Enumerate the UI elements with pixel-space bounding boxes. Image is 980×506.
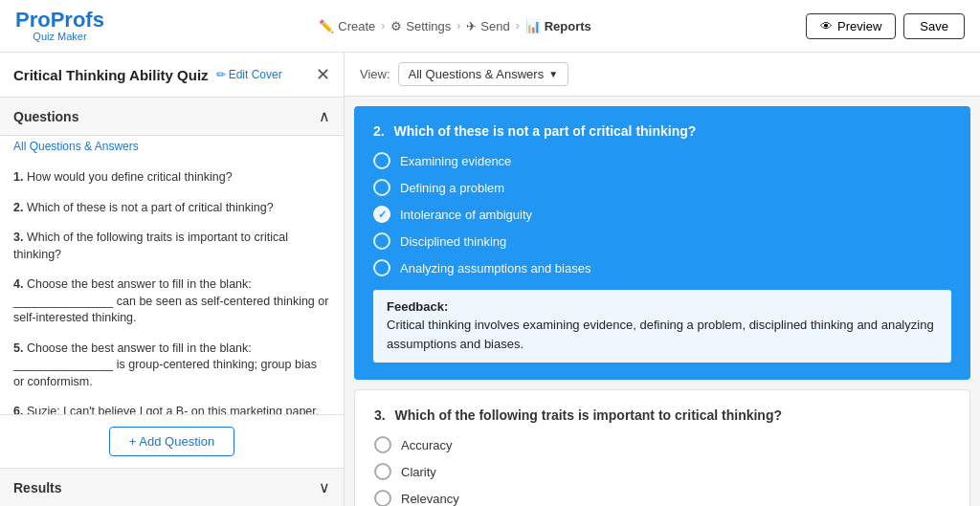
view-select[interactable]: All Questions & Answers ▼ (398, 62, 569, 86)
feedback-block: Feedback: Critical thinking involves exa… (373, 290, 951, 363)
main-layout: Critical Thinking Ability Quiz ✏ Edit Co… (0, 53, 980, 506)
quiz-title: Critical Thinking Ability Quiz (13, 67, 209, 83)
logo-subtitle: Quiz Maker (15, 31, 104, 42)
radio-defining[interactable] (373, 179, 390, 196)
results-section: Results ∨ (0, 468, 344, 506)
add-question-button[interactable]: + Add Question (109, 427, 234, 456)
logo-profs: Profs (51, 8, 104, 32)
radio-relevancy[interactable] (374, 490, 391, 506)
question-2-number: 2. (373, 123, 385, 139)
option-clarity[interactable]: Clarity (374, 463, 950, 480)
logo: ProProfs Quiz Maker (15, 10, 104, 42)
option-relevancy[interactable]: Relevancy (374, 490, 950, 506)
pencil-icon: ✏️ (319, 19, 334, 33)
question-2-text: 2. Which of these is not a part of criti… (373, 123, 951, 139)
pencil-small-icon: ✏ (216, 68, 226, 81)
quiz-title-bar: Critical Thinking Ability Quiz ✏ Edit Co… (0, 53, 344, 98)
radio-disciplined[interactable] (373, 232, 390, 250)
question-3-text: 3. Which of the following traits is impo… (374, 407, 950, 423)
question-2-options: Examining evidence Defining a problem In… (373, 152, 951, 276)
close-button[interactable]: ✕ (316, 64, 330, 85)
preview-button[interactable]: 👁 Preview (806, 13, 896, 39)
option-intolerance[interactable]: Intolerance of ambiguity (373, 206, 951, 223)
option-examining-evidence[interactable]: Examining evidence (373, 152, 951, 169)
quiz-title-left: Critical Thinking Ability Quiz ✏ Edit Co… (13, 67, 282, 83)
expand-icon[interactable]: ∨ (319, 478, 330, 496)
feedback-label: Feedback: (387, 299, 448, 314)
view-label: View: (360, 67, 390, 81)
radio-analyzing[interactable] (373, 259, 390, 276)
chevron-down-icon: ▼ (548, 69, 558, 79)
list-item[interactable]: 4. Choose the best answer to fill in the… (0, 270, 344, 334)
nav-create[interactable]: ✏️ Create (319, 19, 375, 33)
nav-send[interactable]: ✈ Send (466, 19, 509, 33)
view-bar: View: All Questions & Answers ▼ (345, 53, 980, 97)
logo-text: ProProfs (15, 10, 104, 31)
option-defining-problem[interactable]: Defining a problem (373, 179, 951, 196)
sidebar: Critical Thinking Ability Quiz ✏ Edit Co… (0, 53, 345, 506)
nav-settings[interactable]: ⚙ Settings (390, 19, 451, 33)
send-icon: ✈ (466, 19, 477, 33)
questions-section: Questions ∧ All Questions & Answers 1. H… (0, 98, 344, 468)
nav-sep-1: › (381, 19, 385, 33)
option-analyzing[interactable]: Analyzing assumptions and biases (373, 259, 951, 276)
logo-pro: Pro (15, 8, 51, 32)
nav-reports[interactable]: 📊 Reports (525, 19, 591, 33)
option-accuracy[interactable]: Accuracy (374, 436, 950, 453)
question-3-number: 3. (374, 407, 386, 423)
nav-sep-3: › (516, 19, 520, 33)
list-item[interactable]: 2. Which of these is not a part of criti… (0, 193, 344, 224)
list-item[interactable]: 6. Suzie: I can't believe I got a B- on … (0, 397, 344, 414)
question-3-card: 3. Which of the following traits is impo… (354, 389, 970, 506)
collapse-icon[interactable]: ∧ (319, 107, 330, 125)
header: ProProfs Quiz Maker ✏️ Create › ⚙ Settin… (0, 0, 980, 53)
radio-clarity[interactable] (374, 463, 391, 480)
content-area: View: All Questions & Answers ▼ 2. Which… (345, 53, 980, 506)
questions-section-title: Questions (13, 109, 78, 124)
feedback-text: Critical thinking involves examining evi… (387, 316, 938, 353)
settings-icon: ⚙ (390, 19, 402, 33)
list-item[interactable]: 5. Choose the best answer to fill in the… (0, 334, 344, 398)
radio-accuracy[interactable] (374, 436, 391, 453)
nav-sep-2: › (457, 19, 460, 33)
radio-examining[interactable] (373, 152, 390, 169)
all-qa-link[interactable]: All Questions & Answers (0, 136, 344, 157)
save-button[interactable]: Save (903, 13, 965, 39)
question-2-card: 2. Which of these is not a part of criti… (354, 106, 970, 380)
add-question-bar: + Add Question (0, 414, 344, 468)
reports-icon: 📊 (525, 19, 541, 33)
results-title: Results (13, 480, 62, 495)
header-actions: 👁 Preview Save (806, 13, 965, 39)
eye-icon: 👁 (820, 19, 833, 33)
list-item[interactable]: 3. Which of the following traits is impo… (0, 223, 344, 270)
edit-cover-link[interactable]: ✏ Edit Cover (216, 68, 282, 81)
nav-steps: ✏️ Create › ⚙ Settings › ✈ Send › 📊 Repo… (319, 19, 591, 33)
radio-intolerance[interactable] (373, 206, 390, 223)
list-item[interactable]: 1. How would you define critical thinkin… (0, 163, 344, 193)
questions-section-header: Questions ∧ (0, 98, 344, 136)
question-list: 1. How would you define critical thinkin… (0, 157, 344, 414)
option-disciplined[interactable]: Disciplined thinking (373, 232, 951, 250)
